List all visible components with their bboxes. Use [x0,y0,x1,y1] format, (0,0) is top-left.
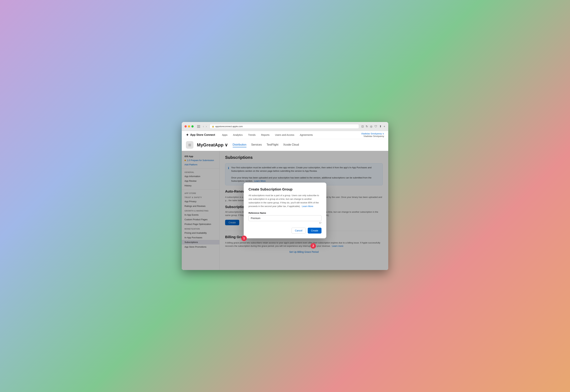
app-chrome: ✦ App Store Connect Apps Analytics Trend… [182,131,388,151]
step-badge-1: 1 [241,236,247,241]
modal-actions: Cancel Create [249,228,321,234]
char-count: 57 [249,222,321,224]
minimize-button[interactable] [188,125,190,127]
app-tabs: Distribution Services TestFlight Xcode C… [233,142,299,147]
tab-xcode-cloud[interactable]: Xcode Cloud [283,142,299,147]
app-name[interactable]: MyGreatApp ∨ [197,142,228,148]
app-top-nav: Apps Analytics Trends Reports Users and … [222,133,361,137]
tab-distribution[interactable]: Distribution [233,142,247,147]
app-sub-header: ⊞ MyGreatApp ∨ Distribution Services Tes… [182,139,388,151]
nav-trends[interactable]: Trends [248,133,256,137]
address-bar[interactable]: 🔒 appstoreconnect.apple.com [210,124,359,129]
cancel-button[interactable]: Cancel [292,228,306,234]
step-badge-2: 2 [310,243,316,249]
back-button[interactable]: ‹ [202,125,205,128]
tab-services[interactable]: Services [251,142,262,147]
main-content: iOS App 1.0 Prepare for Submission Add P… [182,151,388,270]
browser-actions: ⊡ ↻ ◎ 🛡 ⬆ + [361,125,386,128]
reference-name-label: Reference Name [249,212,321,214]
new-tab-icon[interactable]: + [383,125,386,128]
nav-agreements[interactable]: Agreements [300,133,313,137]
reference-name-input[interactable] [249,215,321,221]
app-header: ✦ App Store Connect Apps Analytics Trend… [182,131,388,139]
create-button-modal[interactable]: Create [308,228,321,234]
username-sub: Vladislav Smolyanoy [361,135,384,138]
close-button[interactable] [184,125,187,127]
nav-apps[interactable]: Apps [222,133,227,137]
create-subscription-group-modal: 1 Create Subscription Group All subscrip… [244,182,326,238]
fullscreen-button[interactable] [191,125,194,127]
browser-chrome: ‹ › 🔒 appstoreconnect.apple.com ⊡ ↻ ◎ 🛡 … [182,122,388,131]
logo-icon: ✦ [186,133,189,137]
nav-arrows: ‹ › [202,125,208,128]
username[interactable]: Vladislav Smolyanoy ∨ [361,132,384,135]
traffic-lights [184,125,194,127]
forward-button[interactable]: › [205,125,207,128]
modal-learn-more[interactable]: Learn More [302,205,313,208]
modal-overlay: 1 Create Subscription Group All subscrip… [182,151,388,270]
refresh-icon[interactable]: ↻ [365,125,368,128]
cast-icon[interactable]: ⊡ [361,125,364,128]
chevron-down-icon: ∨ [225,142,228,148]
app-store-connect-title: App Store Connect [190,133,215,137]
sidebar-toggle[interactable] [197,125,200,128]
nav-users-access[interactable]: Users and Access [275,133,294,137]
url-text: appstoreconnect.apple.com [215,125,243,128]
nav-analytics[interactable]: Analytics [233,133,243,137]
modal-desc: All subscriptions must be a part of a gr… [249,194,321,208]
nav-reports[interactable]: Reports [261,133,269,137]
app-logo[interactable]: ✦ App Store Connect [186,133,215,137]
reference-name-input-wrapper [249,215,321,221]
tab-testflight[interactable]: TestFlight [267,142,278,147]
lock-icon: 🔒 [212,125,214,127]
share-icon[interactable]: ⬆ [379,125,382,128]
user-info[interactable]: Vladislav Smolyanoy ∨ Vladislav Smolyano… [361,132,384,138]
app-icon: ⊞ [186,141,194,149]
modal-title: Create Subscription Group [249,187,321,191]
shield-icon[interactable]: 🛡 [374,125,378,128]
arc-icon[interactable]: ◎ [370,125,373,128]
